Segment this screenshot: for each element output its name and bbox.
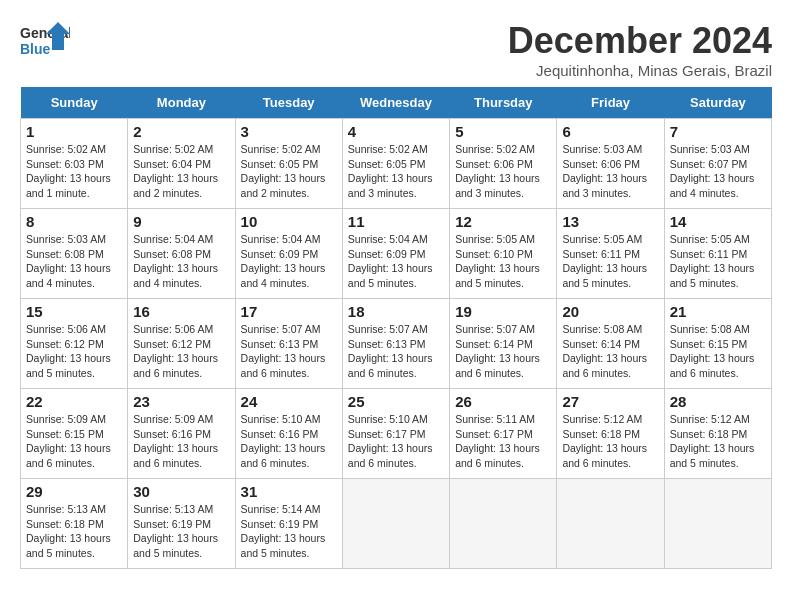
day-header-thursday: Thursday: [450, 87, 557, 119]
location-subtitle: Jequitinhonha, Minas Gerais, Brazil: [508, 62, 772, 79]
day-number: 6: [562, 123, 658, 140]
day-cell-28: 28Sunrise: 5:12 AMSunset: 6:18 PMDayligh…: [664, 389, 771, 479]
day-number: 19: [455, 303, 551, 320]
day-number: 11: [348, 213, 444, 230]
day-cell-22: 22Sunrise: 5:09 AMSunset: 6:15 PMDayligh…: [21, 389, 128, 479]
day-info: Sunrise: 5:06 AMSunset: 6:12 PMDaylight:…: [133, 322, 229, 381]
day-number: 20: [562, 303, 658, 320]
day-number: 7: [670, 123, 766, 140]
day-cell-27: 27Sunrise: 5:12 AMSunset: 6:18 PMDayligh…: [557, 389, 664, 479]
day-info: Sunrise: 5:09 AMSunset: 6:15 PMDaylight:…: [26, 412, 122, 471]
day-info: Sunrise: 5:07 AMSunset: 6:14 PMDaylight:…: [455, 322, 551, 381]
day-number: 30: [133, 483, 229, 500]
day-info: Sunrise: 5:14 AMSunset: 6:19 PMDaylight:…: [241, 502, 337, 561]
day-cell-14: 14Sunrise: 5:05 AMSunset: 6:11 PMDayligh…: [664, 209, 771, 299]
day-info: Sunrise: 5:05 AMSunset: 6:10 PMDaylight:…: [455, 232, 551, 291]
day-cell-7: 7Sunrise: 5:03 AMSunset: 6:07 PMDaylight…: [664, 119, 771, 209]
day-number: 17: [241, 303, 337, 320]
day-cell-24: 24Sunrise: 5:10 AMSunset: 6:16 PMDayligh…: [235, 389, 342, 479]
day-header-sunday: Sunday: [21, 87, 128, 119]
day-cell-25: 25Sunrise: 5:10 AMSunset: 6:17 PMDayligh…: [342, 389, 449, 479]
day-cell-11: 11Sunrise: 5:04 AMSunset: 6:09 PMDayligh…: [342, 209, 449, 299]
day-number: 29: [26, 483, 122, 500]
day-info: Sunrise: 5:08 AMSunset: 6:14 PMDaylight:…: [562, 322, 658, 381]
day-cell-13: 13Sunrise: 5:05 AMSunset: 6:11 PMDayligh…: [557, 209, 664, 299]
day-info: Sunrise: 5:11 AMSunset: 6:17 PMDaylight:…: [455, 412, 551, 471]
calendar-table: SundayMondayTuesdayWednesdayThursdayFrid…: [20, 87, 772, 569]
day-cell-3: 3Sunrise: 5:02 AMSunset: 6:05 PMDaylight…: [235, 119, 342, 209]
day-info: Sunrise: 5:04 AMSunset: 6:09 PMDaylight:…: [348, 232, 444, 291]
day-number: 4: [348, 123, 444, 140]
day-info: Sunrise: 5:04 AMSunset: 6:09 PMDaylight:…: [241, 232, 337, 291]
day-number: 21: [670, 303, 766, 320]
day-cell-20: 20Sunrise: 5:08 AMSunset: 6:14 PMDayligh…: [557, 299, 664, 389]
day-info: Sunrise: 5:05 AMSunset: 6:11 PMDaylight:…: [562, 232, 658, 291]
day-number: 15: [26, 303, 122, 320]
day-info: Sunrise: 5:02 AMSunset: 6:05 PMDaylight:…: [241, 142, 337, 201]
day-number: 23: [133, 393, 229, 410]
day-number: 10: [241, 213, 337, 230]
day-cell-4: 4Sunrise: 5:02 AMSunset: 6:05 PMDaylight…: [342, 119, 449, 209]
day-info: Sunrise: 5:03 AMSunset: 6:07 PMDaylight:…: [670, 142, 766, 201]
calendar-header-row: SundayMondayTuesdayWednesdayThursdayFrid…: [21, 87, 772, 119]
week-row-5: 29Sunrise: 5:13 AMSunset: 6:18 PMDayligh…: [21, 479, 772, 569]
day-number: 9: [133, 213, 229, 230]
empty-cell: [342, 479, 449, 569]
day-info: Sunrise: 5:05 AMSunset: 6:11 PMDaylight:…: [670, 232, 766, 291]
day-info: Sunrise: 5:02 AMSunset: 6:04 PMDaylight:…: [133, 142, 229, 201]
day-cell-1: 1Sunrise: 5:02 AMSunset: 6:03 PMDaylight…: [21, 119, 128, 209]
day-cell-26: 26Sunrise: 5:11 AMSunset: 6:17 PMDayligh…: [450, 389, 557, 479]
day-info: Sunrise: 5:12 AMSunset: 6:18 PMDaylight:…: [670, 412, 766, 471]
day-header-friday: Friday: [557, 87, 664, 119]
day-cell-18: 18Sunrise: 5:07 AMSunset: 6:13 PMDayligh…: [342, 299, 449, 389]
day-cell-17: 17Sunrise: 5:07 AMSunset: 6:13 PMDayligh…: [235, 299, 342, 389]
day-info: Sunrise: 5:07 AMSunset: 6:13 PMDaylight:…: [241, 322, 337, 381]
day-number: 28: [670, 393, 766, 410]
day-info: Sunrise: 5:03 AMSunset: 6:06 PMDaylight:…: [562, 142, 658, 201]
logo: GeneralBlue: [20, 20, 70, 62]
day-header-monday: Monday: [128, 87, 235, 119]
day-header-saturday: Saturday: [664, 87, 771, 119]
day-info: Sunrise: 5:09 AMSunset: 6:16 PMDaylight:…: [133, 412, 229, 471]
day-info: Sunrise: 5:13 AMSunset: 6:18 PMDaylight:…: [26, 502, 122, 561]
day-number: 18: [348, 303, 444, 320]
day-number: 14: [670, 213, 766, 230]
day-info: Sunrise: 5:08 AMSunset: 6:15 PMDaylight:…: [670, 322, 766, 381]
day-info: Sunrise: 5:10 AMSunset: 6:16 PMDaylight:…: [241, 412, 337, 471]
day-number: 5: [455, 123, 551, 140]
day-cell-19: 19Sunrise: 5:07 AMSunset: 6:14 PMDayligh…: [450, 299, 557, 389]
day-cell-9: 9Sunrise: 5:04 AMSunset: 6:08 PMDaylight…: [128, 209, 235, 299]
day-cell-10: 10Sunrise: 5:04 AMSunset: 6:09 PMDayligh…: [235, 209, 342, 299]
day-info: Sunrise: 5:02 AMSunset: 6:06 PMDaylight:…: [455, 142, 551, 201]
day-cell-6: 6Sunrise: 5:03 AMSunset: 6:06 PMDaylight…: [557, 119, 664, 209]
day-number: 1: [26, 123, 122, 140]
week-row-1: 1Sunrise: 5:02 AMSunset: 6:03 PMDaylight…: [21, 119, 772, 209]
day-number: 16: [133, 303, 229, 320]
title-section: December 2024 Jequitinhonha, Minas Gerai…: [508, 20, 772, 79]
day-cell-23: 23Sunrise: 5:09 AMSunset: 6:16 PMDayligh…: [128, 389, 235, 479]
day-cell-31: 31Sunrise: 5:14 AMSunset: 6:19 PMDayligh…: [235, 479, 342, 569]
day-header-tuesday: Tuesday: [235, 87, 342, 119]
month-title: December 2024: [508, 20, 772, 62]
page-container: GeneralBlue December 2024 Jequitinhonha,…: [20, 20, 772, 569]
day-cell-12: 12Sunrise: 5:05 AMSunset: 6:10 PMDayligh…: [450, 209, 557, 299]
day-cell-21: 21Sunrise: 5:08 AMSunset: 6:15 PMDayligh…: [664, 299, 771, 389]
week-row-2: 8Sunrise: 5:03 AMSunset: 6:08 PMDaylight…: [21, 209, 772, 299]
week-row-3: 15Sunrise: 5:06 AMSunset: 6:12 PMDayligh…: [21, 299, 772, 389]
day-number: 2: [133, 123, 229, 140]
day-number: 8: [26, 213, 122, 230]
day-info: Sunrise: 5:03 AMSunset: 6:08 PMDaylight:…: [26, 232, 122, 291]
day-header-wednesday: Wednesday: [342, 87, 449, 119]
day-info: Sunrise: 5:02 AMSunset: 6:03 PMDaylight:…: [26, 142, 122, 201]
day-number: 31: [241, 483, 337, 500]
day-number: 25: [348, 393, 444, 410]
day-cell-15: 15Sunrise: 5:06 AMSunset: 6:12 PMDayligh…: [21, 299, 128, 389]
day-info: Sunrise: 5:10 AMSunset: 6:17 PMDaylight:…: [348, 412, 444, 471]
day-cell-5: 5Sunrise: 5:02 AMSunset: 6:06 PMDaylight…: [450, 119, 557, 209]
day-number: 3: [241, 123, 337, 140]
header: GeneralBlue December 2024 Jequitinhonha,…: [20, 20, 772, 79]
day-info: Sunrise: 5:04 AMSunset: 6:08 PMDaylight:…: [133, 232, 229, 291]
logo-svg: GeneralBlue: [20, 20, 70, 62]
day-info: Sunrise: 5:12 AMSunset: 6:18 PMDaylight:…: [562, 412, 658, 471]
day-number: 22: [26, 393, 122, 410]
